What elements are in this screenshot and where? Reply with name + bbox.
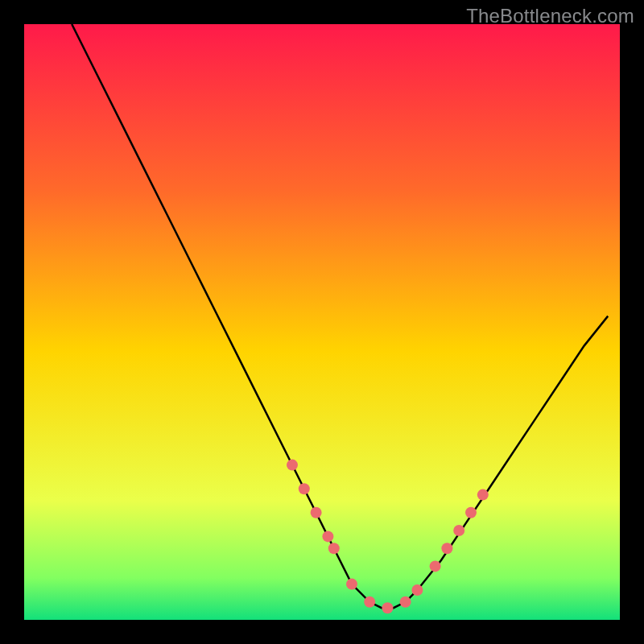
chart-stage: TheBottleneck.com	[0, 0, 644, 644]
highlight-dot	[430, 560, 441, 572]
highlight-dot	[322, 530, 333, 542]
curve-layer	[24, 24, 620, 620]
highlight-dot	[453, 525, 464, 536]
highlight-dot	[465, 507, 477, 518]
highlight-dot	[299, 483, 310, 494]
highlight-dot	[441, 543, 452, 554]
plot-area	[24, 24, 620, 620]
highlight-dot	[346, 579, 357, 590]
highlight-dot	[400, 597, 411, 608]
highlight-dot	[311, 507, 322, 518]
highlight-dot	[411, 584, 423, 596]
bottleneck-curve	[72, 24, 608, 608]
highlight-dot	[364, 597, 375, 608]
highlight-dot	[477, 489, 489, 501]
highlight-dot	[287, 460, 298, 471]
highlight-dot	[328, 543, 340, 554]
highlight-dot	[382, 602, 393, 613]
